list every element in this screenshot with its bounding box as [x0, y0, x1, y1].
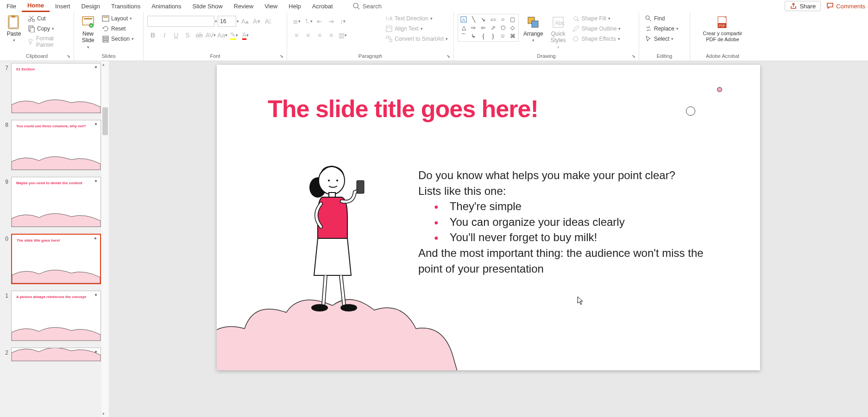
columns-button[interactable]: ▥▾	[337, 30, 348, 41]
tab-animations[interactable]: Animations	[146, 1, 187, 12]
numbering-button[interactable]: ⒈▾	[302, 16, 314, 27]
align-center-button[interactable]: ≡	[302, 30, 314, 41]
increase-font-icon[interactable]: A▴	[239, 16, 251, 27]
scroll-down-icon[interactable]: ▾	[102, 411, 105, 416]
format-painter-button[interactable]: Format Painter	[26, 34, 70, 49]
shape-triangle-icon[interactable]: △	[459, 24, 468, 31]
slide-title[interactable]: The slide title goes here!	[268, 95, 538, 123]
find-button[interactable]: Find	[643, 14, 680, 23]
tab-help[interactable]: Help	[283, 1, 307, 12]
shape-arrow-rect-icon[interactable]: ⬀	[488, 24, 497, 31]
tab-view[interactable]: View	[259, 1, 283, 12]
shape-arrow-l-icon[interactable]: ⇦	[478, 24, 488, 31]
scroll-up-icon[interactable]: ▴	[102, 62, 105, 67]
convert-smartart-button[interactable]: Convert to SmartArt▾	[384, 34, 450, 44]
italic-button[interactable]: I	[159, 30, 170, 41]
tab-slide-show[interactable]: Slide Show	[187, 1, 228, 12]
dialog-launcher-icon[interactable]: ⬊	[447, 54, 452, 59]
indent-button[interactable]: ⇥	[326, 16, 337, 27]
bullets-button[interactable]: ≣▾	[291, 16, 302, 27]
change-case-button[interactable]: Aa▾	[217, 30, 228, 41]
shape-fill-button[interactable]: Shape Fill▾	[570, 14, 623, 23]
slide-canvas[interactable]: The slide title goes here! Do you know w…	[217, 65, 760, 370]
comments-button[interactable]: Comments	[826, 2, 865, 10]
shape-star-icon[interactable]: ☆	[498, 32, 508, 40]
slide-body-text[interactable]: Do you know what helps you make your poi…	[418, 168, 715, 276]
slide-thumbnail[interactable]	[11, 348, 101, 361]
slide-thumbnail[interactable]: Maybe you need to divide the content	[11, 177, 101, 227]
tab-insert[interactable]: Insert	[50, 1, 76, 12]
highlight-button[interactable]: ✎▾	[228, 30, 239, 41]
dialog-launcher-icon[interactable]: ⬊	[280, 54, 285, 59]
shape-rounded-icon[interactable]: ▢	[508, 15, 517, 23]
line-spacing-button[interactable]: ↕▾	[337, 16, 348, 27]
shape-connector-icon[interactable]: ↳	[469, 32, 478, 40]
chevron-down-icon: ▾	[13, 38, 15, 43]
quick-styles-button[interactable]: Abc Quick Styles ▾	[548, 14, 569, 50]
slide-thumbnail[interactable]: You could use three columns, why not?	[11, 120, 101, 170]
scroll-thumb[interactable]	[102, 107, 108, 135]
arrange-button[interactable]: Arrange ▾	[521, 14, 546, 44]
shape-line-icon[interactable]: ╲	[469, 15, 478, 23]
dialog-launcher-icon[interactable]: ⬊	[632, 54, 637, 59]
tab-file[interactable]: File	[1, 1, 22, 12]
cut-button[interactable]: Cut	[26, 14, 70, 23]
share-button[interactable]: Share	[785, 1, 821, 11]
strike-button[interactable]: ab	[194, 30, 205, 41]
chevron-down-icon[interactable]: ▾	[237, 19, 239, 24]
justify-button[interactable]: ≡	[326, 30, 337, 41]
clear-format-icon[interactable]: A⃠	[263, 16, 274, 27]
tab-transitions[interactable]: Transitions	[106, 1, 146, 12]
shape-textbox-icon[interactable]: A	[459, 15, 468, 23]
bold-button[interactable]: B	[147, 30, 158, 41]
slide-editor[interactable]: The slide title goes here! Do you know w…	[109, 61, 868, 417]
chevron-down-icon[interactable]: ▾	[215, 19, 217, 24]
tab-home[interactable]: Home	[22, 0, 50, 12]
shapes-gallery[interactable]: A ╲ ↘ ▭ ○ ▢ △ ⇨ ⇦ ⬀ ⬡ ◇ ⌒ ↳ { } ☆ ⌘	[458, 14, 519, 42]
shape-arrow-line-icon[interactable]: ↘	[478, 15, 488, 23]
select-button[interactable]: Select▾	[643, 34, 680, 44]
shape-effects-button[interactable]: Shape Effects▾	[570, 34, 623, 44]
tab-acrobat[interactable]: Acrobat	[307, 1, 339, 12]
shape-curve-icon[interactable]: ⌒	[459, 32, 468, 40]
char-spacing-button[interactable]: AV▾	[205, 30, 216, 41]
text-direction-button[interactable]: I↕A Text Direction▾	[384, 14, 450, 23]
tab-design[interactable]: Design	[76, 1, 106, 12]
shape-oval-icon[interactable]: ○	[498, 15, 508, 23]
copy-button[interactable]: Copy ▾	[26, 24, 70, 33]
reset-button[interactable]: Reset	[100, 24, 136, 33]
slide-thumbnail[interactable]: A picture always reinforces the concept	[11, 291, 101, 341]
replace-button[interactable]: Replace▾	[643, 24, 680, 33]
slide-thumbnail[interactable]: 01 Section	[11, 63, 101, 113]
dialog-launcher-icon[interactable]: ⬊	[67, 54, 72, 59]
shape-diamond-icon[interactable]: ◇	[508, 24, 517, 31]
align-right-button[interactable]: ≡	[314, 30, 325, 41]
align-left-button[interactable]: ≡	[291, 30, 302, 41]
layout-button[interactable]: Layout ▾	[100, 14, 136, 23]
align-text-button[interactable]: Align Text▾	[384, 24, 450, 33]
thumbnail-scrollbar[interactable]: ▴ ▾	[101, 61, 109, 417]
shape-callout-icon[interactable]: ⌘	[508, 32, 517, 40]
shape-outline-button[interactable]: Shape Outline▾	[570, 24, 623, 33]
slide-thumbnail[interactable]: The slide title goes here!	[11, 234, 101, 284]
reset-icon	[102, 25, 109, 32]
paste-button[interactable]: Paste ▾	[4, 14, 24, 44]
shape-brace-l-icon[interactable]: {	[478, 32, 488, 40]
font-color-button[interactable]: A▾	[240, 30, 251, 41]
shape-hex-icon[interactable]: ⬡	[498, 24, 508, 31]
new-slide-button[interactable]: + New Slide ▾	[78, 14, 98, 50]
font-size-input[interactable]	[218, 16, 236, 27]
font-name-input[interactable]	[147, 16, 214, 27]
decrease-font-icon[interactable]: A▾	[251, 16, 262, 27]
shape-rect-icon[interactable]: ▭	[488, 15, 497, 23]
shadow-button[interactable]: S	[182, 30, 193, 41]
section-button[interactable]: Section ▾	[100, 34, 136, 44]
shape-arrow-r-icon[interactable]: ⇨	[469, 24, 478, 31]
search-input[interactable]: Search	[352, 2, 382, 10]
shape-brace-r-icon[interactable]: }	[488, 32, 497, 40]
tab-review[interactable]: Review	[228, 1, 259, 12]
underline-button[interactable]: U	[170, 30, 182, 41]
outdent-button[interactable]: ⇤	[314, 16, 325, 27]
adobe-create-button[interactable]: PDF Crear y compartir PDF de Adobe	[700, 14, 745, 44]
section-label: Section	[111, 36, 130, 42]
